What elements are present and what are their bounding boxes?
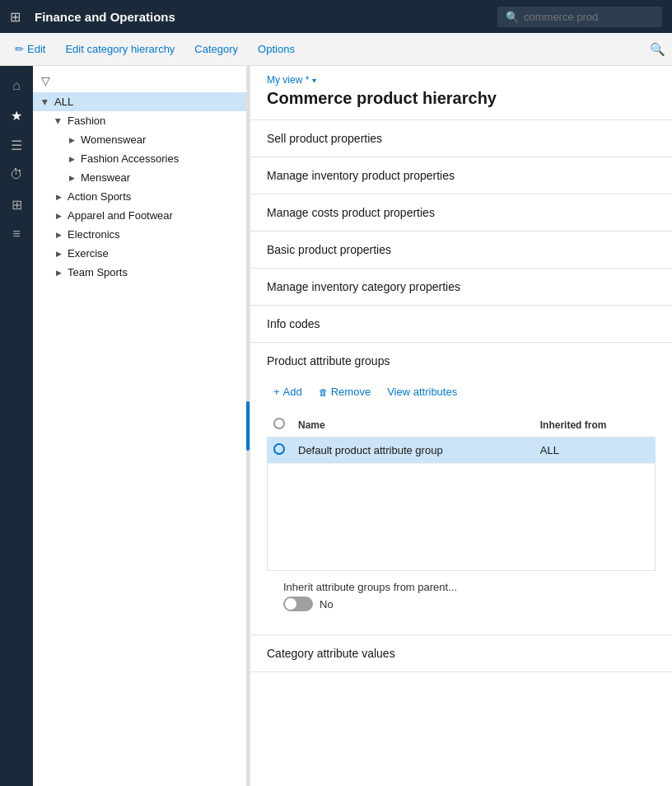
tree-node-exercise: ▶ Exercise bbox=[46, 244, 246, 263]
tree-node-fashion-accessories: ▶ Fashion Accessories bbox=[59, 149, 246, 168]
table-row[interactable]: Default product attribute group ALL bbox=[267, 437, 656, 464]
category-button[interactable]: Category bbox=[186, 38, 246, 60]
tree-children-fashion: ▶ Womenswear ▶ Fashion Accessories bbox=[46, 130, 246, 187]
row-radio-cell bbox=[267, 437, 292, 464]
row-inherited-cell: ALL bbox=[534, 437, 656, 464]
toggle-container: Inherit attribute groups from parent... … bbox=[283, 581, 457, 611]
search-input[interactable] bbox=[524, 11, 654, 23]
section-info-codes-label: Info codes bbox=[267, 317, 320, 330]
command-bar: ✏ Edit Edit category hierarchy Category … bbox=[0, 33, 672, 66]
tree-node-electronics-content[interactable]: ▶ Electronics bbox=[46, 225, 246, 244]
section-manage-inventory-category-header[interactable]: Manage inventory category properties bbox=[250, 269, 672, 305]
tree-node-electronics-label: Electronics bbox=[68, 228, 120, 241]
tree-filter-button[interactable]: ▽ bbox=[41, 74, 50, 87]
tree-node-all-label: ALL bbox=[54, 96, 73, 108]
tree-node-electronics: ▶ Electronics bbox=[46, 225, 246, 244]
app-title: Finance and Operations bbox=[35, 10, 497, 24]
workspace-icon[interactable]: ⊞ bbox=[3, 191, 30, 218]
command-search-icon[interactable]: 🔍 bbox=[650, 42, 665, 57]
search-box[interactable]: 🔍 bbox=[497, 7, 662, 27]
recent-icon[interactable]: ⏱ bbox=[3, 161, 30, 188]
resize-handle[interactable] bbox=[247, 66, 250, 786]
col-radio bbox=[267, 413, 292, 437]
tree-node-action-sports-content[interactable]: ▶ Action Sports bbox=[46, 187, 246, 206]
section-sell-product: Sell product properties bbox=[250, 120, 672, 157]
chevron-team-sports-icon: ▶ bbox=[53, 267, 64, 278]
tree-node-menswear: ▶ Menswear bbox=[59, 168, 246, 187]
search-icon: 🔍 bbox=[506, 11, 519, 23]
row-radio-icon bbox=[273, 443, 285, 455]
tree-node-fashion-accessories-label: Fashion Accessories bbox=[81, 152, 179, 165]
section-info-codes-header[interactable]: Info codes bbox=[250, 306, 672, 342]
tree-node-team-sports-content[interactable]: ▶ Team Sports bbox=[46, 263, 246, 282]
tree-node-menswear-label: Menswear bbox=[81, 171, 130, 184]
toggle-knob bbox=[285, 598, 296, 610]
nav-icon[interactable]: ☰ bbox=[3, 132, 30, 158]
section-manage-inventory-product-label: Manage inventory product properties bbox=[267, 169, 455, 182]
section-category-attribute-values-label: Category attribute values bbox=[267, 647, 395, 660]
tree-toolbar: ▽ bbox=[33, 69, 246, 92]
my-view-label[interactable]: My view * bbox=[267, 74, 309, 86]
tree-node-exercise-content[interactable]: ▶ Exercise bbox=[46, 244, 246, 263]
section-product-attribute-groups: Product attribute groups + Add 🗑 Remove … bbox=[250, 343, 672, 635]
edit-category-button[interactable]: Edit category hierarchy bbox=[57, 38, 183, 60]
section-sell-product-label: Sell product properties bbox=[267, 132, 382, 145]
tree-node-menswear-content[interactable]: ▶ Menswear bbox=[59, 168, 246, 187]
header-radio bbox=[273, 418, 285, 429]
tree-node-womenswear-content[interactable]: ▶ Womenswear bbox=[59, 130, 246, 149]
section-manage-costs-label: Manage costs product properties bbox=[267, 206, 435, 219]
tree-node-action-sports-label: Action Sports bbox=[68, 190, 131, 203]
toggle-value: No bbox=[320, 598, 334, 611]
section-info-codes: Info codes bbox=[250, 306, 672, 343]
tree-node-fashion-content[interactable]: ▶ Fashion bbox=[46, 111, 246, 130]
section-product-attribute-groups-header[interactable]: Product attribute groups bbox=[250, 343, 672, 379]
content-header: My view * ▾ Commerce product hierarchy bbox=[250, 66, 672, 120]
page-title: Commerce product hierarchy bbox=[267, 89, 656, 108]
col-inherited: Inherited from bbox=[534, 413, 656, 437]
chevron-action-sports-icon: ▶ bbox=[53, 191, 64, 203]
chevron-electronics-icon: ▶ bbox=[53, 229, 64, 241]
tree-node-exercise-label: Exercise bbox=[68, 247, 109, 260]
tree-node-womenswear: ▶ Womenswear bbox=[59, 130, 246, 149]
section-basic-product-header[interactable]: Basic product properties bbox=[250, 232, 672, 268]
add-button[interactable]: + Add bbox=[267, 382, 309, 401]
section-sell-product-header[interactable]: Sell product properties bbox=[250, 120, 672, 157]
top-bar: ⊞ Finance and Operations 🔍 bbox=[0, 0, 672, 33]
remove-button[interactable]: 🗑 Remove bbox=[312, 382, 377, 401]
section-manage-inventory-category-label: Manage inventory category properties bbox=[267, 280, 460, 293]
tree-node-fashion-label: Fashion bbox=[68, 115, 105, 127]
main-layout: ⌂ ★ ☰ ⏱ ⊞ ≡ ▽ ▶ ALL ▶ Fashion bbox=[0, 66, 672, 786]
view-attributes-button[interactable]: View attributes bbox=[380, 382, 464, 401]
section-manage-inventory-product-header[interactable]: Manage inventory product properties bbox=[250, 157, 672, 194]
pin-icon[interactable]: ★ bbox=[3, 102, 30, 129]
attribute-groups-table: Name Inherited from Default pr bbox=[267, 413, 656, 464]
inherit-toggle[interactable] bbox=[283, 597, 313, 611]
section-category-attribute-values-header[interactable]: Category attribute values bbox=[250, 635, 672, 671]
row-name-cell: Default product attribute group bbox=[292, 437, 534, 464]
side-icons-panel: ⌂ ★ ☰ ⏱ ⊞ ≡ bbox=[0, 66, 33, 786]
my-view-row: My view * ▾ bbox=[267, 74, 656, 86]
toggle-label: Inherit attribute groups from parent... bbox=[283, 581, 457, 593]
resize-indicator bbox=[246, 401, 250, 451]
section-manage-costs: Manage costs product properties bbox=[250, 194, 672, 232]
home-icon[interactable]: ⌂ bbox=[3, 73, 30, 99]
list-icon[interactable]: ≡ bbox=[3, 221, 30, 247]
chevron-exercise-icon: ▶ bbox=[53, 248, 64, 260]
attr-toolbar: + Add 🗑 Remove View attributes bbox=[267, 379, 656, 405]
table-empty-area bbox=[267, 464, 656, 571]
tree-node-team-sports-label: Team Sports bbox=[68, 266, 128, 278]
section-basic-product-label: Basic product properties bbox=[267, 243, 391, 256]
tree-node-apparel-content[interactable]: ▶ Apparel and Footwear bbox=[46, 206, 246, 225]
section-manage-inventory-category: Manage inventory category properties bbox=[250, 269, 672, 306]
chevron-all-icon: ▶ bbox=[40, 96, 51, 108]
tree-node-fashion: ▶ Fashion ▶ Womenswear ▶ bbox=[46, 111, 246, 187]
tree-children-all: ▶ Fashion ▶ Womenswear ▶ bbox=[33, 111, 246, 282]
tree-node-fashion-accessories-content[interactable]: ▶ Fashion Accessories bbox=[59, 149, 246, 168]
grid-icon[interactable]: ⊞ bbox=[10, 9, 35, 25]
options-button[interactable]: Options bbox=[250, 38, 303, 60]
my-view-chevron-icon[interactable]: ▾ bbox=[312, 76, 316, 85]
tree-node-all-content[interactable]: ▶ ALL bbox=[33, 92, 246, 111]
tree-node-action-sports: ▶ Action Sports bbox=[46, 187, 246, 206]
edit-button[interactable]: ✏ Edit bbox=[7, 38, 54, 60]
section-manage-costs-header[interactable]: Manage costs product properties bbox=[250, 194, 672, 231]
